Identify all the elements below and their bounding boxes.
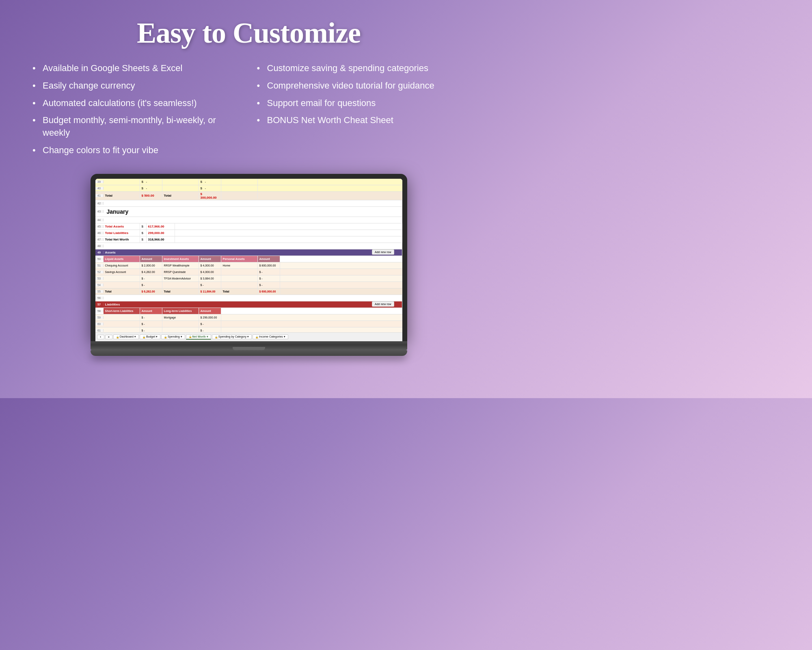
lock-icon-spending: 🔒 — [164, 336, 167, 338]
laptop-container: 39 $ - $ - 40 $ - — [0, 174, 497, 356]
ss-row-56: 56 — [95, 295, 402, 301]
spreadsheet: 39 $ - $ - 40 $ - — [95, 179, 402, 341]
laptop: 39 $ - $ - 40 $ - — [91, 174, 407, 356]
ss-row-43: 43 January — [95, 207, 402, 217]
laptop-screen: 39 $ - $ - 40 $ - — [95, 179, 402, 341]
feature-item-8: Support email for questions — [257, 97, 465, 110]
feature-item-6: Customize saving & spending categories — [257, 62, 465, 75]
tab-add[interactable]: + — [97, 335, 104, 339]
page-title: Easy to Customize — [0, 16, 497, 50]
title-section: Easy to Customize — [0, 0, 497, 58]
page-container: Easy to Customize Available in Google Sh… — [0, 0, 497, 356]
assets-section-container: 49 Assets Add new row 50 Liquid Asse — [95, 249, 402, 301]
ss-row-40: 40 $ - $ - — [95, 185, 402, 192]
lock-icon-dashboard: 🔒 — [116, 336, 119, 338]
ss-row-55: 55 Total $ 6,282.00 Total $ 11,684.00 To… — [95, 288, 402, 295]
tab-income-categories[interactable]: 🔒 Income Categories ▾ — [253, 334, 288, 339]
ss-row-44: 44 — [95, 217, 402, 223]
feature-item-1: Available in Google Sheets & Excel — [32, 62, 241, 75]
features-left-list: Available in Google Sheets & Excel Easil… — [32, 62, 241, 157]
tab-bar: + ≡ 🔒 Dashboard ▾ 🔒 Budget ▾ 🔒 Spending … — [95, 332, 402, 341]
ss-row-51: 51 Chequing Account $ 2,000.00 RRSP Weal… — [95, 262, 402, 269]
laptop-base — [91, 341, 407, 350]
ss-row-54: 54 $ - $ - $ - — [95, 282, 402, 288]
ss-row-58-liab-headers: 58 Short-term Liabilities Amount Long-te… — [95, 308, 402, 314]
tab-spending-category[interactable]: 🔒 Spending by Category ▾ — [212, 334, 252, 339]
feature-item-3: Automated calculations (it's seamless!) — [32, 97, 241, 110]
tab-icon: ≡ — [105, 335, 112, 339]
features-section: Available in Google Sheets & Excel Easil… — [0, 58, 497, 170]
feature-item-2: Easily change currency — [32, 80, 241, 92]
tab-net-worth[interactable]: 🔒 Net Worth ▾ — [186, 334, 211, 340]
ss-row-60: 60 $ - $ - — [95, 321, 402, 327]
ss-row-50-headers: 50 Liquid Assets Amount Investment Asset… — [95, 256, 402, 262]
feature-item-4: Budget monthly, semi-monthly, bi-weekly,… — [32, 114, 241, 139]
tab-dashboard[interactable]: 🔒 Dashboard ▾ — [113, 334, 139, 339]
lock-icon-spending-cat: 🔒 — [215, 336, 218, 338]
ss-row-42: 42 — [95, 200, 402, 207]
tab-spending[interactable]: 🔒 Spending ▾ — [161, 334, 185, 339]
laptop-bottom — [91, 350, 407, 356]
feature-item-7: Comprehensive video tutorial for guidanc… — [257, 80, 465, 92]
ss-row-57-liabilities: 57 Liabilities Add new row — [95, 301, 402, 308]
tab-budget[interactable]: 🔒 Budget ▾ — [140, 334, 160, 339]
ss-row-53: 53 $ - TFSA ModernAdvisor $ 3,684.00 $ - — [95, 275, 402, 282]
ss-row-48: 48 — [95, 243, 402, 249]
ss-row-59: 59 $ - Mortgage $ 299,000.00 — [95, 314, 402, 321]
ss-row-49-assets: 49 Assets Add new row — [95, 249, 402, 256]
ss-row-46: 46 Total Liabilities $ 299,000.00 — [95, 230, 402, 236]
ss-row-45: 45 Total Assets $ 617,966.00 — [95, 223, 402, 230]
feature-item-9: BONUS Net Worth Cheat Sheet — [257, 114, 465, 127]
feature-item-5: Change colors to fit your vibe — [32, 144, 241, 157]
ss-row-41: 41 Total $ 500.00 Total $ 300,000.00 — [95, 192, 402, 200]
add-row-liabilities-button[interactable]: Add new row — [372, 301, 394, 307]
ss-row-39: 39 $ - $ - — [95, 179, 402, 185]
lock-icon-networth: 🔒 — [189, 335, 192, 338]
laptop-screen-outer: 39 $ - $ - 40 $ - — [91, 174, 407, 341]
features-right-list: Customize saving & spending categories C… — [257, 62, 465, 127]
ss-row-47: 47 Total Net Worth $ 318,966.00 — [95, 236, 402, 243]
add-row-assets-button[interactable]: Add new row — [372, 249, 394, 255]
features-right: Customize saving & spending categories C… — [257, 62, 465, 162]
lock-icon-budget: 🔒 — [143, 336, 145, 338]
features-left: Available in Google Sheets & Excel Easil… — [32, 62, 241, 162]
lock-icon-income: 🔒 — [255, 336, 258, 338]
ss-row-52: 52 Savings Account $ 4,282.00 RRSP Quest… — [95, 269, 402, 275]
